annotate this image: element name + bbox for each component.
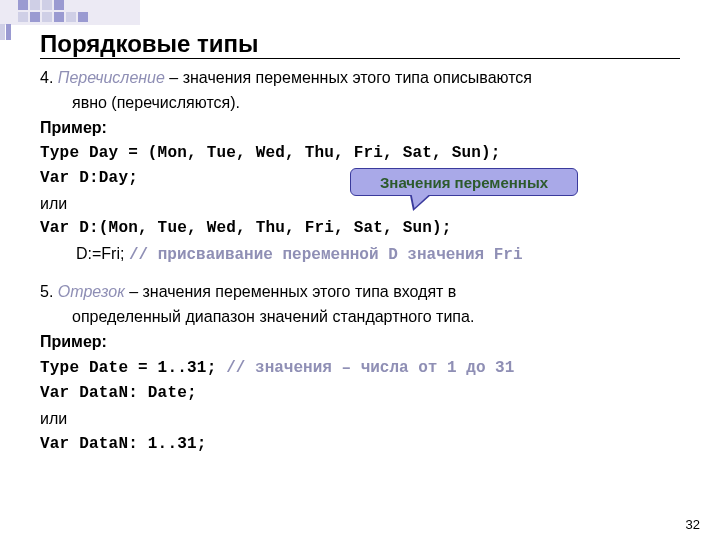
- svg-rect-9: [54, 12, 64, 22]
- svg-rect-5: [66, 12, 76, 22]
- section-5-line1: 5. Отрезок – значения переменных этого т…: [40, 280, 680, 303]
- code5-line2: Var DataN: Date;: [40, 382, 680, 405]
- svg-rect-1: [30, 0, 40, 10]
- section-4-line2: явно (перечисляются).: [40, 91, 680, 114]
- example-label-1: Пример:: [40, 116, 680, 139]
- code4-line3: Var D:(Mon, Tue, Wed, Thu, Fri, Sat, Sun…: [40, 217, 680, 240]
- code4-assign-lhs: D:=Fri;: [76, 245, 129, 262]
- code4-assign-comment: // присваивание переменной D значения Fr…: [129, 246, 523, 264]
- code5-line3: Var DataN: 1..31;: [40, 433, 680, 456]
- svg-rect-10: [78, 12, 88, 22]
- slide-title: Порядковые типы: [40, 30, 259, 58]
- section-5-def-part1: – значения переменных этого типа входят …: [125, 283, 457, 300]
- callout-box: Значения переменных: [350, 168, 578, 196]
- page-number: 32: [686, 517, 700, 532]
- slide-body: 4. Перечисление – значения переменных эт…: [40, 66, 680, 458]
- code4-assign: D:=Fri; // присваивание переменной D зна…: [40, 242, 680, 267]
- code5-line1: Type Date = 1..31; // значения – числа о…: [40, 355, 680, 380]
- example-label-2: Пример:: [40, 330, 680, 353]
- svg-rect-7: [54, 0, 64, 10]
- title-underline: [40, 58, 680, 59]
- svg-rect-11: [0, 24, 5, 40]
- code5-line1-comment: // значения – числа от 1 до 31: [226, 359, 514, 377]
- section-4-number: 4.: [40, 69, 58, 86]
- svg-rect-6: [18, 0, 28, 10]
- section-5-term: Отрезок: [58, 283, 125, 300]
- section-5-line2: определенный диапазон значений стандартн…: [40, 305, 680, 328]
- section-4-term: Перечисление: [58, 69, 165, 86]
- svg-rect-3: [18, 12, 28, 22]
- code5-or: или: [40, 407, 680, 430]
- code4-line1: Type Day = (Mon, Tue, Wed, Thu, Fri, Sat…: [40, 142, 680, 165]
- section-4-line1: 4. Перечисление – значения переменных эт…: [40, 66, 680, 89]
- svg-rect-12: [6, 24, 11, 40]
- callout-text: Значения переменных: [380, 174, 548, 191]
- section-4-def-part1: – значения переменных этого типа описыва…: [165, 69, 532, 86]
- svg-rect-2: [42, 0, 52, 10]
- svg-rect-4: [42, 12, 52, 22]
- svg-rect-8: [30, 12, 40, 22]
- code5-line1-code: Type Date = 1..31;: [40, 359, 226, 377]
- section-5-number: 5.: [40, 283, 58, 300]
